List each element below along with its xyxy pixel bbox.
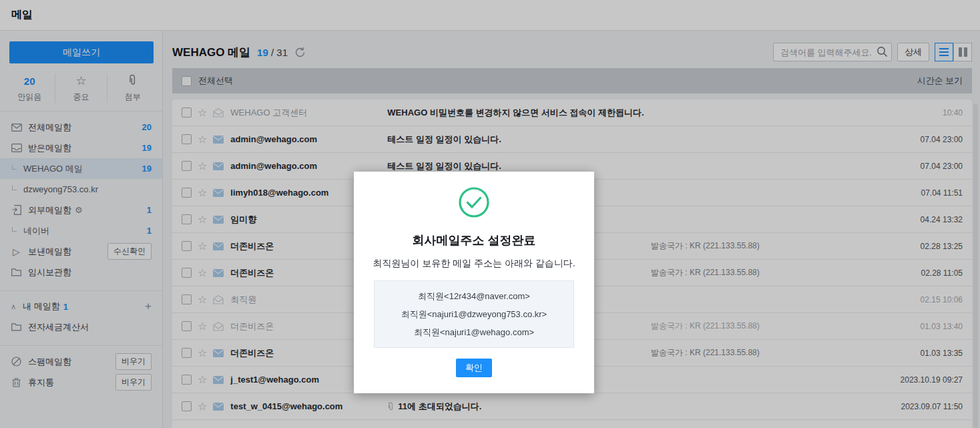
company-mail-modal: 회사메일주소 설정완료 최직원님이 보유한 메일 주소는 아래와 같습니다. 최… bbox=[354, 172, 594, 393]
email-address: 최직원<najuri1@dzweyong753.co.kr> bbox=[375, 305, 573, 323]
email-address: 최직원<12r434@naver.com> bbox=[375, 287, 573, 305]
success-check-icon bbox=[458, 186, 490, 218]
email-address-list: 최직원<12r434@naver.com> 최직원<najuri1@dzweyo… bbox=[374, 280, 574, 348]
confirm-button[interactable]: 확인 bbox=[456, 359, 492, 377]
modal-description: 최직원님이 보유한 메일 주소는 아래와 같습니다. bbox=[354, 258, 594, 270]
modal-title: 회사메일주소 설정완료 bbox=[354, 232, 594, 248]
email-address: 최직원<najuri1@wehago.com> bbox=[375, 323, 573, 341]
